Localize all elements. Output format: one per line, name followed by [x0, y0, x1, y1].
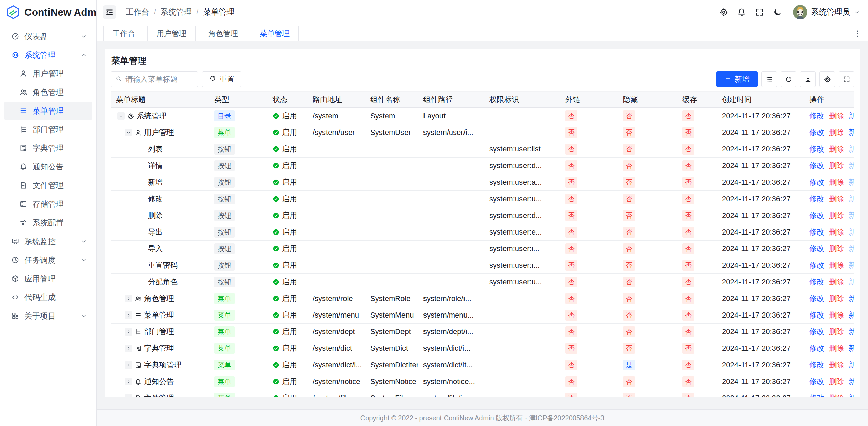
add-child-link[interactable]: 新增: [849, 161, 854, 171]
sidebar-item-menu[interactable]: 菜单管理: [4, 102, 92, 120]
sidebar-item-storage[interactable]: 存储管理: [4, 195, 92, 213]
add-button[interactable]: 新增: [716, 71, 758, 87]
topbar-moon-icon-button[interactable]: [773, 8, 782, 17]
tab-菜单管理[interactable]: 菜单管理: [251, 26, 299, 41]
delete-link[interactable]: 删除: [829, 127, 844, 138]
add-child-link[interactable]: 新增: [849, 360, 854, 370]
row-expander[interactable]: [125, 311, 132, 319]
delete-link[interactable]: 删除: [829, 260, 844, 270]
delete-link[interactable]: 删除: [829, 327, 844, 337]
tab-more-button[interactable]: [853, 29, 862, 38]
add-child-link[interactable]: 新增: [849, 144, 854, 154]
edit-link[interactable]: 修改: [809, 227, 824, 237]
delete-link[interactable]: 删除: [829, 393, 844, 397]
sidebar-item-monitor[interactable]: 系统监控: [4, 232, 92, 250]
row-expander[interactable]: [125, 129, 132, 136]
tab-角色管理[interactable]: 角色管理: [199, 26, 247, 41]
search-input[interactable]: [125, 75, 193, 84]
sidebar-item-dict[interactable]: 字典管理: [4, 139, 92, 157]
topbar-bell-icon-button[interactable]: [737, 8, 746, 17]
row-expander[interactable]: [117, 112, 125, 120]
edit-link[interactable]: 修改: [809, 360, 824, 370]
add-child-link[interactable]: 新增: [849, 244, 854, 254]
add-child-link[interactable]: 新增: [849, 310, 854, 320]
sidebar-collapse-button[interactable]: [103, 5, 116, 19]
sidebar-item-codegen[interactable]: 代码生成: [4, 288, 92, 306]
breadcrumb-item[interactable]: 工作台: [126, 7, 149, 17]
edit-link[interactable]: 修改: [809, 177, 824, 187]
edit-link[interactable]: 修改: [809, 244, 824, 254]
delete-link[interactable]: 删除: [829, 210, 844, 221]
delete-link[interactable]: 删除: [829, 111, 844, 121]
breadcrumb-item[interactable]: 菜单管理: [203, 7, 234, 17]
row-expander[interactable]: [125, 328, 132, 336]
sidebar-item-file[interactable]: 文件管理: [4, 177, 92, 194]
sidebar-item-dept[interactable]: 部门管理: [4, 121, 92, 138]
delete-link[interactable]: 删除: [829, 161, 844, 171]
edit-link[interactable]: 修改: [809, 327, 824, 337]
delete-link[interactable]: 删除: [829, 293, 844, 304]
edit-link[interactable]: 修改: [809, 210, 824, 221]
edit-link[interactable]: 修改: [809, 343, 824, 353]
tab-用户管理[interactable]: 用户管理: [147, 26, 196, 41]
delete-link[interactable]: 删除: [829, 310, 844, 320]
add-child-link[interactable]: 新增: [849, 177, 854, 187]
table-tool-line-height-icon-button[interactable]: [800, 71, 816, 87]
delete-link[interactable]: 删除: [829, 144, 844, 154]
add-child-link[interactable]: 新增: [849, 194, 854, 204]
delete-link[interactable]: 删除: [829, 177, 844, 187]
table-tool-gear-icon-button[interactable]: [819, 71, 835, 87]
add-child-link[interactable]: 新增: [849, 127, 854, 138]
add-child-link[interactable]: 新增: [849, 393, 854, 397]
table-tool-list-icon-button[interactable]: [761, 71, 777, 87]
edit-link[interactable]: 修改: [809, 127, 824, 138]
edit-link[interactable]: 修改: [809, 144, 824, 154]
edit-link[interactable]: 修改: [809, 277, 824, 287]
add-child-link[interactable]: 新增: [849, 111, 854, 121]
edit-link[interactable]: 修改: [809, 293, 824, 304]
row-expander[interactable]: [125, 378, 132, 385]
delete-link[interactable]: 删除: [829, 244, 844, 254]
edit-link[interactable]: 修改: [809, 260, 824, 270]
sidebar-item-role[interactable]: 角色管理: [4, 83, 92, 101]
delete-link[interactable]: 删除: [829, 277, 844, 287]
brand[interactable]: ContiNew Admin: [0, 0, 96, 24]
sidebar-item-user[interactable]: 用户管理: [4, 65, 92, 82]
topbar-gear-icon-button[interactable]: [719, 8, 728, 17]
sidebar-item-dashboard[interactable]: 仪表盘: [4, 27, 92, 45]
sidebar-item-config[interactable]: 系统配置: [4, 214, 92, 231]
sidebar-item-notice[interactable]: 通知公告: [4, 158, 92, 176]
row-expander[interactable]: [125, 295, 132, 302]
sidebar-item-system[interactable]: 系统管理: [4, 46, 92, 64]
row-expander[interactable]: [125, 394, 132, 397]
sidebar-item-app[interactable]: 应用管理: [4, 270, 92, 287]
sidebar-item-about[interactable]: 关于项目: [4, 307, 92, 325]
table-tool-fullscreen-icon-button[interactable]: [839, 71, 854, 87]
delete-link[interactable]: 删除: [829, 377, 844, 387]
tab-工作台[interactable]: 工作台: [103, 26, 144, 41]
edit-link[interactable]: 修改: [809, 161, 824, 171]
edit-link[interactable]: 修改: [809, 393, 824, 397]
add-child-link[interactable]: 新增: [849, 293, 854, 304]
delete-link[interactable]: 删除: [829, 194, 844, 204]
add-child-link[interactable]: 新增: [849, 327, 854, 337]
edit-link[interactable]: 修改: [809, 111, 824, 121]
add-child-link[interactable]: 新增: [849, 377, 854, 387]
add-child-link[interactable]: 新增: [849, 343, 854, 353]
add-child-link[interactable]: 新增: [849, 260, 854, 270]
delete-link[interactable]: 删除: [829, 343, 844, 353]
row-expander[interactable]: [125, 345, 132, 352]
delete-link[interactable]: 删除: [829, 360, 844, 370]
breadcrumb-item[interactable]: 系统管理: [161, 7, 192, 17]
add-child-link[interactable]: 新增: [849, 227, 854, 237]
edit-link[interactable]: 修改: [809, 194, 824, 204]
edit-link[interactable]: 修改: [809, 377, 824, 387]
add-child-link[interactable]: 新增: [849, 277, 854, 287]
add-child-link[interactable]: 新增: [849, 210, 854, 221]
delete-link[interactable]: 删除: [829, 227, 844, 237]
row-expander[interactable]: [125, 361, 132, 369]
sidebar-item-schedule[interactable]: 任务调度: [4, 251, 92, 269]
edit-link[interactable]: 修改: [809, 310, 824, 320]
reset-button[interactable]: 重置: [202, 71, 241, 87]
topbar-fullscreen-icon-button[interactable]: [755, 8, 764, 17]
